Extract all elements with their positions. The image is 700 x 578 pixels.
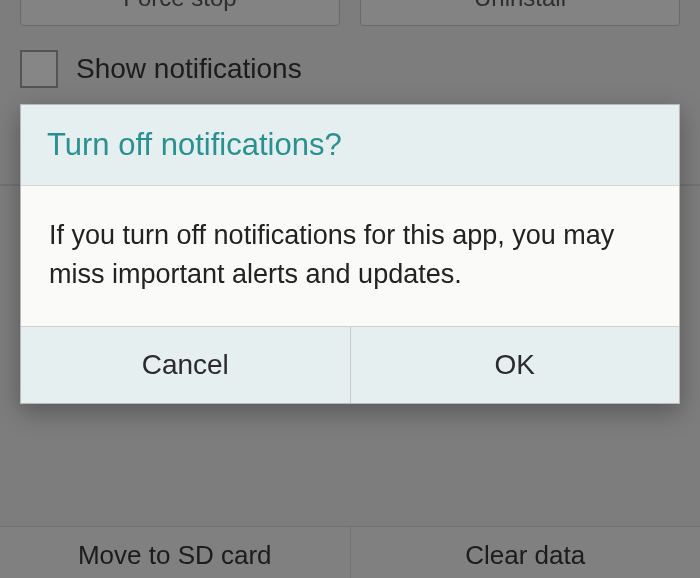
- dialog-header: Turn off notifications?: [21, 105, 679, 186]
- dialog-message: If you turn off notifications for this a…: [49, 216, 651, 294]
- dialog-title: Turn off notifications?: [47, 127, 653, 163]
- cancel-button[interactable]: Cancel: [21, 327, 350, 403]
- ok-button[interactable]: OK: [350, 327, 680, 403]
- dialog-body: If you turn off notifications for this a…: [21, 186, 679, 326]
- ok-label: OK: [495, 349, 535, 381]
- confirm-dialog: Turn off notifications? If you turn off …: [20, 104, 680, 404]
- cancel-label: Cancel: [142, 349, 229, 381]
- dialog-actions: Cancel OK: [21, 326, 679, 403]
